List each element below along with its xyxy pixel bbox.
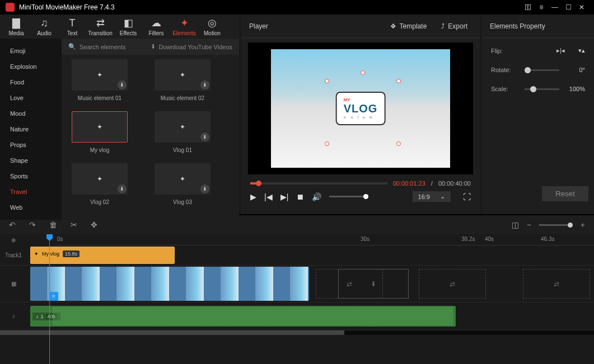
sidebar-item-love[interactable]: Love bbox=[0, 90, 62, 106]
tool-transition[interactable]: ⇄Transition bbox=[86, 15, 114, 39]
stop-icon[interactable]: ⏹ bbox=[296, 192, 304, 201]
template-button[interactable]: ❖ Template bbox=[386, 20, 432, 32]
player-header: Player ❖ Template ⤴ Export bbox=[241, 15, 480, 38]
scale-slider[interactable] bbox=[525, 88, 559, 90]
elements-icon: ✦ bbox=[180, 17, 189, 29]
element-card[interactable]: ✦⬇Music element 01 bbox=[66, 59, 133, 101]
sidebar-item-props[interactable]: Props bbox=[0, 137, 62, 153]
snap-icon[interactable]: ◫ bbox=[512, 220, 519, 229]
sidebar-item-sports[interactable]: Sports bbox=[0, 168, 62, 184]
zoom-in-icon[interactable]: + bbox=[581, 220, 585, 229]
scrub-bar[interactable] bbox=[250, 182, 387, 185]
vlog-overlay[interactable]: MY VLOG ▶ ◀ ⏸ ▶ ⏹ bbox=[336, 92, 386, 125]
sidebar-item-mood[interactable]: Mood bbox=[0, 106, 62, 121]
sidebar-item-nature[interactable]: Nature bbox=[0, 121, 62, 137]
filters-icon: ☁ bbox=[151, 17, 161, 29]
search-input[interactable]: 🔍 Search elements bbox=[68, 43, 151, 50]
tool-text[interactable]: TText bbox=[58, 15, 86, 39]
minimize-icon[interactable]: — bbox=[548, 1, 562, 14]
chevron-down-icon: ⌄ bbox=[440, 193, 445, 200]
download-youtube-link[interactable]: ⬇ Download YouTube Videos bbox=[151, 43, 233, 50]
timeline-ruler[interactable]: 0s30s38.2s40s46.3s bbox=[54, 234, 594, 245]
delete-icon[interactable]: 🗑 bbox=[49, 220, 57, 229]
horizontal-scrollbar[interactable] bbox=[0, 330, 594, 335]
sidebar-item-travel[interactable]: Travel bbox=[0, 184, 62, 200]
add-track-icon[interactable]: ⊕ bbox=[0, 234, 27, 245]
sidebar-item-emoji[interactable]: Emoji bbox=[0, 43, 62, 59]
element-card[interactable]: ✦⬇Music element 02 bbox=[149, 59, 216, 101]
tool-media[interactable]: ▇Media bbox=[2, 15, 30, 39]
tool-motion[interactable]: ◎Motion bbox=[198, 15, 226, 39]
tool-effects[interactable]: ◧Effects bbox=[114, 15, 142, 39]
tool-elements[interactable]: ✦Elements bbox=[170, 15, 198, 39]
rotate-label: Rotate: bbox=[491, 67, 519, 73]
rotate-value: 0° bbox=[565, 67, 585, 73]
search-row: 🔍 Search elements ⬇ Download YouTube Vid… bbox=[62, 39, 239, 55]
split-icon[interactable]: ✂ bbox=[71, 220, 77, 229]
scale-label: Scale: bbox=[491, 86, 519, 92]
volume-icon[interactable]: 🔊 bbox=[312, 192, 321, 201]
download-icon: ⬇ bbox=[151, 43, 156, 50]
export-button[interactable]: ⤴ Export bbox=[437, 20, 472, 32]
menu-icon[interactable]: ≡ bbox=[535, 1, 548, 14]
playhead[interactable] bbox=[49, 234, 50, 364]
app-title: MiniTool MovieMaker Free 7.4.3 bbox=[19, 3, 521, 11]
element-card[interactable]: ✦⬇Vlog 02 bbox=[66, 163, 133, 205]
license-key-icon[interactable]: ⚿ bbox=[521, 1, 535, 14]
undo-icon[interactable]: ↶ bbox=[9, 220, 16, 229]
transition-dropzone[interactable]: ⇄ bbox=[419, 269, 486, 299]
sidebar-item-web[interactable]: Web bbox=[0, 200, 62, 215]
layers-icon: ❖ bbox=[390, 22, 396, 30]
player-title: Player bbox=[249, 22, 380, 30]
transition-marker[interactable]: ✕ bbox=[49, 292, 58, 301]
element-clip[interactable]: ✦ My vlog 15.8s bbox=[30, 247, 175, 264]
effects-icon: ◧ bbox=[124, 17, 133, 29]
sidebar-item-food[interactable]: Food bbox=[0, 74, 62, 90]
volume-slider[interactable] bbox=[329, 196, 368, 197]
properties-header: Elements Property bbox=[482, 15, 594, 38]
download-badge-icon[interactable]: ⬇ bbox=[200, 81, 209, 89]
element-card[interactable]: ✦My vlog bbox=[66, 111, 133, 153]
flip-vertical-icon[interactable]: ▾▴ bbox=[578, 47, 585, 54]
video-clip[interactable]: ✕ bbox=[30, 267, 309, 301]
audio-clip[interactable]: ♪ 1 40s bbox=[30, 306, 456, 327]
download-badge-icon[interactable]: ⬇ bbox=[200, 185, 209, 193]
zoom-out-icon[interactable]: − bbox=[527, 220, 531, 229]
element-card[interactable]: ✦⬇Vlog 03 bbox=[149, 163, 216, 205]
redo-icon[interactable]: ↷ bbox=[29, 220, 36, 229]
tool-filters[interactable]: ☁Filters bbox=[142, 15, 170, 39]
time-current: 00:00:01:23 bbox=[393, 180, 425, 187]
sidebar-item-shape[interactable]: Shape bbox=[0, 153, 62, 168]
reset-button[interactable]: Reset bbox=[542, 186, 588, 201]
media-dropzone[interactable]: ⬇ bbox=[338, 269, 409, 299]
text-icon: T bbox=[69, 17, 76, 29]
element-card[interactable]: ✦⬇Vlog 01 bbox=[149, 111, 216, 153]
flip-horizontal-icon[interactable]: ▸|◂ bbox=[556, 47, 565, 54]
time-total: 00:00:40:00 bbox=[438, 180, 471, 187]
play-icon[interactable]: ▶ bbox=[250, 192, 256, 201]
elements-grid: ✦⬇Music element 01✦⬇Music element 02✦My … bbox=[62, 55, 239, 210]
download-badge-icon[interactable]: ⬇ bbox=[118, 81, 127, 89]
timeline[interactable]: ⊕ 0s30s38.2s40s46.3s Track1 ✦ My vlog 15… bbox=[0, 234, 594, 364]
music-icon: ♫ bbox=[40, 17, 48, 29]
crop-icon[interactable]: ✥ bbox=[91, 220, 97, 229]
export-icon: ⤴ bbox=[441, 22, 445, 30]
sidebar-item-explosion[interactable]: Explosion bbox=[0, 59, 62, 74]
fullscreen-icon[interactable]: ⛶ bbox=[463, 192, 471, 201]
aspect-ratio-select[interactable]: 16:9 ⌄ bbox=[413, 191, 451, 202]
transition-dropzone[interactable]: ⇄ bbox=[523, 269, 590, 299]
scale-value: 100% bbox=[565, 86, 585, 92]
flip-label: Flip: bbox=[491, 48, 519, 54]
prev-frame-icon[interactable]: |◀ bbox=[264, 192, 273, 201]
tool-audio[interactable]: ♫Audio bbox=[30, 15, 58, 39]
zoom-slider[interactable] bbox=[539, 224, 573, 226]
download-badge-icon[interactable]: ⬇ bbox=[118, 185, 127, 193]
category-sidebar: EmojiExplosionFoodLoveMoodNaturePropsSha… bbox=[0, 39, 62, 220]
download-badge-icon[interactable]: ⬇ bbox=[200, 133, 209, 141]
maximize-icon[interactable]: ☐ bbox=[562, 1, 575, 14]
close-icon[interactable]: ✕ bbox=[575, 1, 588, 14]
music-icon: ♪ bbox=[36, 314, 39, 319]
next-frame-icon[interactable]: ▶| bbox=[280, 192, 289, 201]
preview-canvas[interactable]: MY VLOG ▶ ◀ ⏸ ▶ ⏹ bbox=[248, 42, 473, 174]
rotate-slider[interactable] bbox=[525, 69, 559, 71]
